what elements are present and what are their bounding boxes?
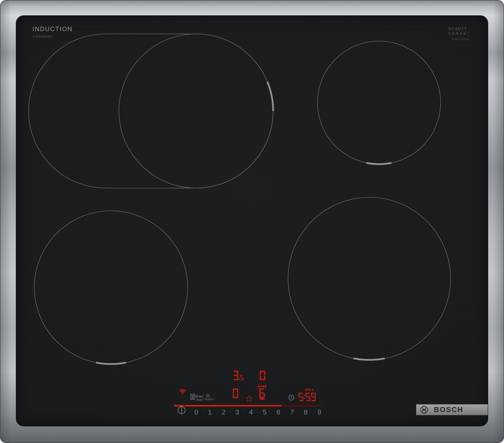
keylock-hold-label: 4sec xyxy=(194,398,204,401)
front-right-level-display xyxy=(259,389,266,398)
bosch-logo-text: BOSCH xyxy=(434,406,463,414)
power-level-slider[interactable] xyxy=(184,405,321,407)
level-separator-dot: · xyxy=(268,408,275,416)
boost-label: BOOST xyxy=(204,398,215,401)
power-level-4[interactable]: 4 xyxy=(248,408,254,416)
level-separator-dot: · xyxy=(227,408,234,416)
registered-mark: ® xyxy=(468,32,469,34)
bosch-anchor-icon xyxy=(420,406,428,414)
rear-right-level-display xyxy=(260,371,266,380)
glass-serial-number: 9001778531 xyxy=(448,38,470,41)
slider-fill-bar xyxy=(184,405,282,407)
wifi-icon xyxy=(179,387,186,394)
timer-unit-label: min:s xyxy=(305,388,314,391)
front-left-level-display xyxy=(233,389,239,398)
surface-type-label: INDUCTION xyxy=(33,26,73,33)
bar-arrow-right-bar-icon xyxy=(258,385,266,388)
power-level-0[interactable]: 0 xyxy=(193,408,200,416)
induction-hob: INDUCTION PIF645HB1 SCHOTT CERAN® 900177… xyxy=(0,0,504,443)
power-level-8[interactable]: 8 xyxy=(302,408,309,416)
model-number-label: PIF645HB1 xyxy=(33,34,53,38)
power-level-5[interactable]: 5 xyxy=(261,408,268,416)
timer-display xyxy=(299,393,317,401)
level-separator-dot: · xyxy=(295,408,302,416)
glass-brand-block: SCHOTT CERAN® 9001778531 xyxy=(448,27,470,41)
power-icon[interactable] xyxy=(178,406,186,414)
power-level-9[interactable]: 9 xyxy=(316,408,323,416)
power-level-7[interactable]: 7 xyxy=(288,408,295,416)
clock-icon[interactable] xyxy=(288,394,294,401)
rear-left-level-display xyxy=(233,371,244,380)
chevron-up-double-icon[interactable] xyxy=(206,394,210,398)
glass-brand-schott: SCHOTT xyxy=(448,27,470,31)
level-separator-dot: · xyxy=(214,408,220,416)
panel-divider xyxy=(203,395,203,401)
level-separator-dot: · xyxy=(241,408,248,416)
power-level-1[interactable]: 1 xyxy=(206,408,214,416)
bosch-logo-badge: BOSCH xyxy=(416,404,488,415)
level-separator-dot: · xyxy=(309,408,316,416)
level-separator-dot: · xyxy=(282,408,288,416)
power-level-3[interactable]: 3 xyxy=(234,408,241,416)
power-level-2[interactable]: 2 xyxy=(220,408,227,416)
ceramic-glass-surface xyxy=(16,16,488,426)
level-separator-dot: · xyxy=(254,408,261,416)
selected-zone-underline xyxy=(259,398,265,399)
power-level-scale: 0·1·2·3·4·5·6·7·8·9 xyxy=(193,408,323,416)
glass-brand-ceran: CERAN® xyxy=(448,31,470,35)
level-separator-dot: · xyxy=(200,408,206,416)
power-level-6[interactable]: 6 xyxy=(275,408,282,416)
star-icon[interactable] xyxy=(246,395,252,402)
